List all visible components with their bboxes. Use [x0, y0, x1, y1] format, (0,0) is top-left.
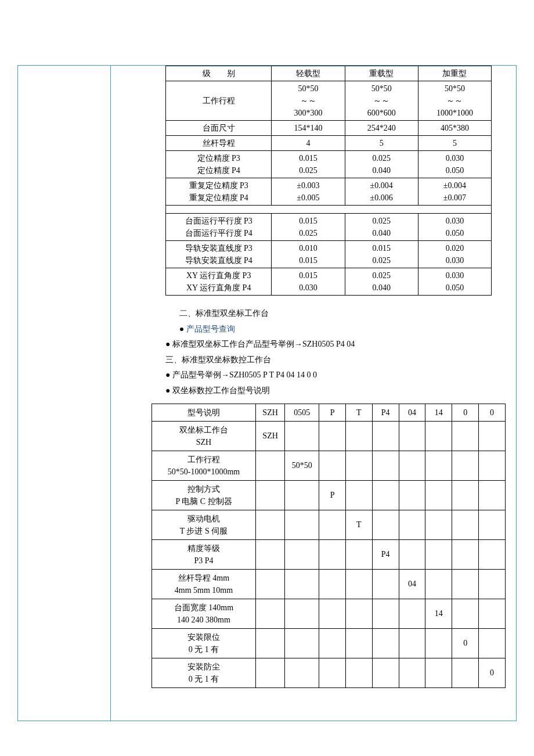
model-cell	[479, 510, 506, 539]
model-header-col: 04	[399, 404, 425, 421]
model-cell	[345, 421, 372, 451]
spec-cell: 0.025 0.040	[345, 151, 418, 178]
model-cell	[285, 599, 319, 628]
spec-cell: 0.025 0.040	[345, 268, 418, 296]
model-cell	[345, 451, 372, 480]
model-row-desc: 安装限位 0 无 1 有	[152, 628, 256, 658]
model-header-col: SZH	[255, 404, 284, 421]
spec-cell: 0.015 0.025	[272, 151, 345, 178]
model-header-col: 0	[452, 404, 479, 421]
model-row-desc: 驱动电机 T 步进 S 伺服	[152, 510, 256, 539]
model-cell	[319, 451, 346, 480]
model-cell	[479, 599, 506, 628]
model-cell	[452, 569, 479, 599]
model-cell	[372, 628, 399, 658]
spec-cell: 5	[418, 136, 491, 151]
model-cell	[255, 599, 284, 628]
model-desc-title: 双坐标数控工作台型号说明	[165, 383, 508, 399]
spec-row-label: 工作行程	[166, 81, 272, 121]
content-frame: 级 别轻载型重载型加重型工作行程50*50 ～～ 300*30050*50 ～～…	[17, 65, 517, 721]
spec-cell: 405*380	[418, 121, 491, 136]
model-cell	[399, 510, 425, 539]
model-cell: 50*50	[285, 451, 319, 480]
model-cell	[345, 480, 372, 510]
model-cell: SZH	[255, 421, 284, 451]
spec-row-label: 重复定位精度 P3 重复定位精度 P4	[166, 178, 272, 206]
spec-row-label: 导轨安装直线度 P3 导轨安装直线度 P4	[166, 241, 272, 268]
model-cell	[285, 510, 319, 539]
product-model-query: 产品型号查询	[165, 322, 508, 337]
section-3-title: 三、标准型双坐标数控工作台	[165, 352, 508, 368]
model-cell	[452, 539, 479, 569]
spec-cell: 0.010 0.015	[272, 241, 345, 268]
spec-header-col: 轻载型	[272, 66, 345, 81]
model-cell	[452, 658, 479, 687]
spec-cell: 0.015 0.025	[345, 241, 418, 268]
model-row-desc: 台面宽度 140mm 140 240 380mm	[152, 599, 256, 628]
model-cell	[425, 658, 452, 687]
spec-cell: 4	[272, 136, 345, 151]
spec-header-col: 加重型	[418, 66, 491, 81]
model-cell	[399, 628, 425, 658]
model-cell: 14	[425, 599, 452, 628]
spec-cell: ±0.004 ±0.006	[345, 178, 418, 206]
model-row-desc: 工作行程 50*50-1000*1000mm	[152, 451, 256, 480]
model-cell	[425, 421, 452, 451]
spec-cell: 50*50 ～～ 1000*1000	[418, 81, 491, 121]
model-row-desc: 丝杆导程 4mm 4mm 5mm 10mm	[152, 569, 256, 599]
right-column: 级 别轻载型重载型加重型工作行程50*50 ～～ 300*30050*50 ～～…	[111, 66, 516, 721]
model-cell	[479, 480, 506, 510]
spec-cell: ±0.003 ±0.005	[272, 178, 345, 206]
model-cell	[255, 539, 284, 569]
model-cell	[319, 658, 346, 687]
model-cell	[319, 421, 346, 451]
model-cell	[425, 451, 452, 480]
model-cell: 0	[479, 658, 506, 687]
model-cell: P4	[372, 539, 399, 569]
model-cell	[285, 658, 319, 687]
spec-cell: 5	[345, 136, 418, 151]
model-cell: 0	[452, 628, 479, 658]
model-cell	[452, 480, 479, 510]
model-cell	[399, 539, 425, 569]
model-cell	[425, 569, 452, 599]
spec-cell: 0.015 0.030	[272, 268, 345, 296]
model-header-col: 0505	[285, 404, 319, 421]
spec-cell: 50*50 ～～ 300*300	[272, 81, 345, 121]
model-cell: P	[319, 480, 346, 510]
spec-cell: 0.025 0.040	[345, 214, 418, 241]
model-cell	[319, 628, 346, 658]
model-table: 型号说明SZH0505PTP4041400双坐标工作台 SZHSZH工作行程 5…	[151, 404, 506, 688]
model-cell	[399, 599, 425, 628]
model-cell	[399, 480, 425, 510]
model-cell	[285, 421, 319, 451]
model-cell: 04	[399, 569, 425, 599]
model-cell: T	[345, 510, 372, 539]
model-cell	[372, 658, 399, 687]
model-cell	[255, 480, 284, 510]
model-cell	[479, 628, 506, 658]
model-cell	[479, 451, 506, 480]
spec-cell: ±0.004 ±0.007	[418, 178, 491, 206]
model-header-col: 0	[479, 404, 506, 421]
model-cell	[285, 628, 319, 658]
mid-text-block: 二、标准型双坐标工作台 产品型号查询 标准型双坐标工作台产品型号举例→SZH05…	[165, 306, 508, 399]
spec-cell: 50*50 ～～ 600*600	[345, 81, 418, 121]
product-model-query-link[interactable]: 产品型号查询	[186, 325, 235, 333]
model-cell	[255, 628, 284, 658]
model-cell	[425, 510, 452, 539]
model-header-col: P4	[372, 404, 399, 421]
model-row-desc: 安装防尘 0 无 1 有	[152, 658, 256, 687]
model-cell	[425, 628, 452, 658]
model-cell	[255, 510, 284, 539]
model-row-desc: 控制方式 P 电脑 C 控制器	[152, 480, 256, 510]
model-row-desc: 精度等级 P3 P4	[152, 539, 256, 569]
model-cell	[319, 539, 346, 569]
model-cell	[255, 451, 284, 480]
model-cell	[345, 539, 372, 569]
example-line-2: 产品型号举例→SZH0505 P T P4 04 14 0 0	[165, 368, 508, 383]
model-cell	[452, 451, 479, 480]
model-cell	[372, 480, 399, 510]
spec-cell: 154*140	[272, 121, 345, 136]
model-row-desc: 双坐标工作台 SZH	[152, 421, 256, 451]
